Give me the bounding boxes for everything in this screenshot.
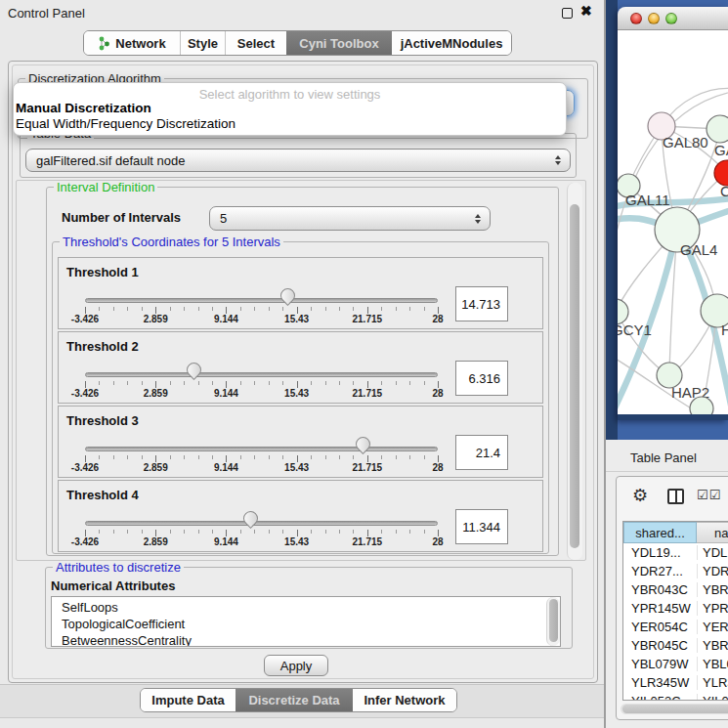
threshold-value-field[interactable]: 6.316 bbox=[455, 361, 508, 396]
tab-style[interactable]: Style bbox=[180, 31, 225, 55]
column-header-shared-name[interactable]: shared... bbox=[623, 522, 697, 543]
table-row[interactable]: YIL053CYIL0 bbox=[623, 692, 728, 701]
numerical-attributes-list[interactable]: SelfLoopsTopologicalCoefficientBetweenne… bbox=[51, 596, 561, 647]
slider-major-tick bbox=[367, 455, 368, 462]
threshold-value-field[interactable]: 14.713 bbox=[455, 286, 508, 321]
slider-minor-tick bbox=[311, 455, 312, 459]
slider-minor-tick bbox=[127, 381, 128, 385]
network-node-label: GAL4 bbox=[680, 241, 717, 258]
checkboxes-icon[interactable]: ☑☑ bbox=[697, 488, 721, 502]
slider-minor-tick bbox=[396, 455, 397, 459]
traffic-light-close-icon[interactable] bbox=[630, 13, 642, 24]
slider-tick-label: 15.43 bbox=[268, 388, 326, 399]
tab-impute-data[interactable]: Impute Data bbox=[141, 689, 236, 711]
table-row[interactable]: YER054CYER0 bbox=[623, 618, 728, 636]
traffic-light-minimize-icon[interactable] bbox=[648, 13, 660, 24]
close-icon[interactable]: ✖ bbox=[580, 3, 592, 19]
slider-track[interactable] bbox=[85, 521, 438, 526]
vertical-scrollbar[interactable] bbox=[567, 183, 582, 560]
slider-minor-tick bbox=[325, 381, 326, 385]
network-node-label: GAL80 bbox=[663, 134, 708, 150]
slider-minor-tick bbox=[240, 381, 241, 385]
slider-minor-tick bbox=[353, 307, 354, 311]
table-row[interactable]: YBR043CYBR0 bbox=[623, 580, 728, 599]
slider-minor-tick bbox=[282, 530, 283, 534]
column-header-name[interactable]: na bbox=[697, 522, 728, 543]
apply-button[interactable]: Apply bbox=[264, 655, 328, 676]
slider-minor-tick bbox=[198, 530, 199, 534]
table-row[interactable]: YLR345WYLR3 bbox=[623, 673, 728, 692]
slider-track[interactable] bbox=[85, 372, 438, 377]
slider-minor-tick bbox=[212, 455, 213, 459]
table-cell: YBL0 bbox=[697, 657, 728, 671]
table-row[interactable]: YPR145WYPR1 bbox=[623, 599, 728, 618]
table-cell: YDR27... bbox=[623, 564, 697, 578]
attribute-list-item[interactable]: SelfLoops bbox=[52, 599, 560, 616]
table-body: YDL19...YDL1YDR27...YDR2YBR043CYBR0YPR14… bbox=[623, 543, 728, 701]
table-data-combobox[interactable]: galFiltered.sif default node bbox=[25, 149, 571, 172]
threshold-value-field[interactable]: 21.4 bbox=[455, 435, 508, 470]
slider-minor-tick bbox=[212, 307, 213, 311]
table-row[interactable]: YDL19...YDL1 bbox=[623, 543, 728, 562]
slider-major-tick bbox=[226, 307, 227, 314]
list-scrollbar-thumb[interactable] bbox=[549, 599, 558, 642]
tab-discretize-data[interactable]: Discretize Data bbox=[236, 689, 353, 711]
tab-network[interactable]: Network bbox=[84, 31, 180, 55]
slider-minor-tick bbox=[396, 530, 397, 534]
network-node-label: H bbox=[721, 321, 728, 338]
slider-minor-tick bbox=[240, 307, 241, 311]
tab-infer-network[interactable]: Infer Network bbox=[353, 689, 456, 711]
table-cell: YER054C bbox=[623, 620, 697, 634]
slider-minor-tick bbox=[424, 530, 425, 534]
interval-definition-title: Interval Definition bbox=[54, 181, 157, 193]
slider-track[interactable] bbox=[85, 298, 438, 303]
table-header-row: shared...na bbox=[623, 522, 728, 543]
tab-label: Network bbox=[115, 36, 165, 51]
slider-minor-tick bbox=[127, 455, 128, 459]
table-row[interactable]: YDR27...YDR2 bbox=[623, 562, 728, 580]
attribute-list-item[interactable]: BetweennessCentrality bbox=[52, 632, 560, 647]
tab-cyni-toolbox[interactable]: Cyni Toolbox bbox=[286, 31, 392, 55]
slider-tick-label: 21.715 bbox=[338, 462, 397, 473]
slider-major-tick bbox=[85, 381, 86, 388]
list-scrollbar[interactable] bbox=[546, 597, 560, 646]
table-panel-title: Table Panel bbox=[630, 450, 697, 465]
table-cell: YDL19... bbox=[623, 545, 697, 560]
slider-minor-tick bbox=[254, 381, 255, 385]
slider-tick-label: 9.144 bbox=[196, 536, 255, 547]
slider-major-tick bbox=[155, 381, 156, 388]
vertical-scrollbar-thumb[interactable] bbox=[570, 204, 579, 548]
threshold-value-field[interactable]: 11.344 bbox=[455, 509, 508, 544]
dropdown-option-manual[interactable]: Manual Discretization bbox=[16, 101, 151, 115]
slider-major-tick bbox=[297, 530, 298, 536]
traffic-light-zoom-icon[interactable] bbox=[665, 13, 677, 24]
horizontal-scrollbar[interactable] bbox=[621, 704, 728, 714]
slider-minor-tick bbox=[142, 530, 143, 534]
horizontal-scrollbar-thumb[interactable] bbox=[622, 705, 728, 713]
network-edge[interactable] bbox=[618, 353, 700, 413]
slider-tick-label: 9.144 bbox=[196, 388, 255, 399]
slider-minor-tick bbox=[127, 307, 128, 311]
slider-major-tick bbox=[226, 455, 227, 462]
slider-tick-label: 2.859 bbox=[126, 536, 185, 547]
tab-jactivemnodules[interactable]: jActiveMNodules bbox=[392, 31, 511, 55]
columns-icon[interactable] bbox=[667, 489, 684, 504]
slider-tick-label: 21.715 bbox=[338, 536, 397, 547]
tab-select[interactable]: Select bbox=[225, 31, 286, 55]
table-panel-body: ⚙ ☑☑ shared...na YDL19...YDL1YDR27...YDR… bbox=[616, 476, 728, 720]
dropdown-option-equal-width[interactable]: Equal Width/Frequency Discretization bbox=[16, 116, 236, 131]
network-desktop: GAL80GACGAL11GAL4GCY1HHAP2 bbox=[606, 0, 728, 440]
float-window-icon[interactable] bbox=[562, 8, 573, 19]
network-canvas[interactable]: GAL80GACGAL11GAL4GCY1HHAP2 bbox=[618, 30, 728, 420]
slider-tick-label: 15.43 bbox=[268, 462, 326, 473]
attribute-list-item[interactable]: TopologicalCoefficient bbox=[52, 616, 560, 632]
slider-track[interactable] bbox=[85, 447, 438, 451]
table-row[interactable]: YBL079WYBL0 bbox=[623, 655, 728, 673]
gear-icon[interactable]: ⚙ bbox=[632, 485, 648, 506]
table-cell: YIL0 bbox=[697, 694, 728, 701]
network-window-titlebar[interactable] bbox=[618, 7, 728, 30]
table-row[interactable]: YBR045CYBR0 bbox=[623, 636, 728, 655]
num-intervals-combobox[interactable]: 5 bbox=[209, 206, 491, 231]
network-window: GAL80GACGAL11GAL4GCY1HHAP2 bbox=[618, 7, 728, 420]
network-node-ga[interactable] bbox=[707, 115, 728, 143]
